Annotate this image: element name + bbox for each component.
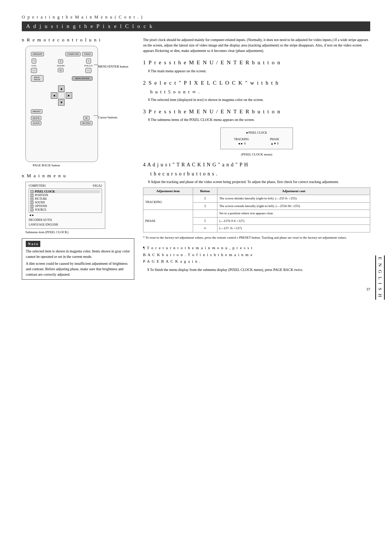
zoom-t: T <box>58 59 63 64</box>
phase-desc-2: (—127‹ 0‹ +127) <box>217 225 370 232</box>
section-title: A d j u s t i n g t h e P i x e l C l o … <box>22 21 370 31</box>
right-arrow: ► <box>66 92 72 99</box>
tracking-col: TRACKING ◄► 0 <box>234 137 249 146</box>
step3-note: ¥ The submenu items of the PIXEL CLOCK m… <box>148 117 370 122</box>
tracking-item: TRACKING <box>143 195 193 210</box>
tracking-desc-1: The screen shrinks laterally (right-to-l… <box>217 195 370 203</box>
table-row: PHASE Set to a position where text appea… <box>143 210 370 218</box>
up-arrow: ▲ <box>58 85 65 92</box>
arrow-cluster: ▲ ◄ ► ▼ <box>51 85 73 106</box>
col-button: Button <box>193 187 217 195</box>
operate-btn: OPERATE <box>31 52 44 56</box>
btn-3: 3 <box>193 202 217 210</box>
phase-desc-1: (—127fi 0 fi +127) <box>217 217 370 225</box>
step2-note: ¥ The selected item (displayed in text) … <box>148 97 370 102</box>
page-back-label: PAGE BACK button <box>33 163 134 167</box>
pixel-clock-caption: (PIXEL CLOCK menu) <box>143 152 370 157</box>
bottom-note: ¥ To finish the menu display from the su… <box>147 267 370 272</box>
computer-btn: COMPUTER <box>65 52 81 56</box>
video-btn: VIDEO <box>82 52 93 56</box>
col-adj-cont: Adjustment cont <box>217 187 370 195</box>
focus-plus: + <box>86 58 91 64</box>
menu-item-options: OPTIONS <box>30 204 100 208</box>
menu-enter-line <box>94 65 98 65</box>
tracking-desc-2: The screen extends laterally (right-to-l… <box>217 202 370 210</box>
btn-inf: ∞ <box>193 225 217 232</box>
step1-heading: 1 P r e s s t h e M E N U / E N T E R b … <box>143 58 370 67</box>
main-menu-label: n M a i n m e n u <box>22 173 134 179</box>
quick-btn: QUICK <box>31 116 41 120</box>
btn-2: 2 <box>193 195 217 203</box>
menu-item-picture: PICTURE <box>30 197 100 200</box>
menu-enter-label: MENU/ENTER button <box>98 65 131 69</box>
menu-item-source: SOURCE <box>30 208 100 211</box>
bottom-line3: P A G E B A C K a g a i n . <box>143 258 370 265</box>
step2-section: 2 S e l e c t " P I X E L C L O C K " w … <box>143 79 370 102</box>
phase-col: PHASE ▲▼ 0 <box>270 137 279 146</box>
intro-text: The pixel clock should be adjusted mainl… <box>143 37 370 53</box>
pixel-clock-submenu: ■ PIXEL CLOCK TRACKING ◄► 0 PHASE ▲▼ 0 <box>220 127 293 149</box>
step4-heading2: t h e c u r s o r b u t t o n s . <box>150 170 370 178</box>
note-item-1: The selected item is shown in magenta co… <box>26 248 130 259</box>
note-title: N o t e <box>26 241 40 247</box>
menu-item-sound: SOUND <box>30 201 100 204</box>
left-arrow: ◄ <box>51 92 57 99</box>
note-item-2: A dim screen could be caused by insuffic… <box>26 261 130 277</box>
submenu-title: ■ PIXEL CLOCK <box>224 131 290 135</box>
table-row: TRACKING 2 The screen shrinks laterally … <box>143 195 370 203</box>
vol-plus: + <box>32 58 37 64</box>
col-item: Adjustment item <box>143 187 193 195</box>
bottom-line2: B A C K b u t t o n . T o f i n i s h t … <box>143 251 370 258</box>
submenu-item-label: Submenu item (PIXEL CLOCK) <box>25 230 134 234</box>
muting-btn: MUTING <box>80 121 93 125</box>
page-number: 37 <box>22 287 370 291</box>
decoder-label: DECODER AUTO( <box>29 218 102 222</box>
cursor-line <box>94 116 98 116</box>
menu-enter-btn: MENU/ENTER <box>72 76 93 81</box>
step4-section: 4 A d j u s t " T R A C K I N G " a n d … <box>143 161 370 185</box>
language-label: LANGUAGE ENGLISH <box>29 223 102 226</box>
remote-diagram: OPERATE COMPUTER VIDEO + VOL — <box>25 46 98 162</box>
vol-minus: — <box>31 68 37 73</box>
step1-section: 1 P r e s s t h e M E N U / E N T E R b … <box>143 58 370 74</box>
down-arrow: ▼ <box>58 99 65 106</box>
cursor-label: Cursor buttons <box>98 116 131 119</box>
menu-item-pixel-clock: PIXEL CLOCK <box>30 190 100 193</box>
arrow-right-small: ◄► <box>29 214 34 217</box>
focus-minus: — <box>85 68 91 73</box>
step4-heading: 4 A d j u s t " T R A C K I N G " a n d … <box>143 161 370 169</box>
bottom-para: ¶ T o r e t u r n t o t h e m a i n m e … <box>143 244 370 265</box>
computer-label: COMPUTER1 <box>29 184 46 187</box>
step2-heading2: b u t t 5 o o n r ∞ . <box>150 88 370 96</box>
bottom-line1: ¶ T o r e t u r n t o t h e m a i n m e … <box>143 244 370 251</box>
menu-diagram: COMPUTER1 SXGA2 PIXEL CLOCK POSITION PIC… <box>25 182 105 229</box>
btn-empty <box>193 210 217 218</box>
btn-5: 5 <box>193 217 217 225</box>
remote-label: n R e m o t e c o n t r o l u n i <box>22 37 134 43</box>
menu-item-position: POSITION <box>30 194 100 197</box>
english-sidebar: E N G L I S H <box>375 255 385 300</box>
operating-header: O p e r a t i n g t h e M a i n M e n u … <box>22 15 370 20</box>
step4-note: ¥ Adjust the tracking and phase of the v… <box>148 179 370 185</box>
note-box: N o t e The selected item is shown in ma… <box>22 238 134 280</box>
phase-desc-0: Set to a position where text appears cle… <box>217 210 370 218</box>
av-btn: AV <box>83 116 90 120</box>
phase-item: PHASE <box>143 210 193 232</box>
preset-btn: PRESET <box>31 109 42 114</box>
align-btn: ALIGN <box>31 121 41 125</box>
adjustment-table: Adjustment item Button Adjustment cont T… <box>143 187 370 232</box>
step3-heading: 3 P r e s s t h e M E N U / E N T E R b … <box>143 108 370 116</box>
sxga-label: SXGA2 <box>93 184 102 187</box>
step1-note: ¥ The main menu appears on the screen. <box>148 68 370 74</box>
step2-heading: 2 S e l e c t " P I X E L C L O C K " w … <box>143 79 370 87</box>
reset-note: * To reset to the factory-set adjustment… <box>143 235 370 240</box>
zoom-w: W <box>58 68 64 72</box>
page-back-btn: PAGEBACK <box>31 75 44 82</box>
step3-section: 3 P r e s s t h e M E N U / E N T E R b … <box>143 108 370 123</box>
